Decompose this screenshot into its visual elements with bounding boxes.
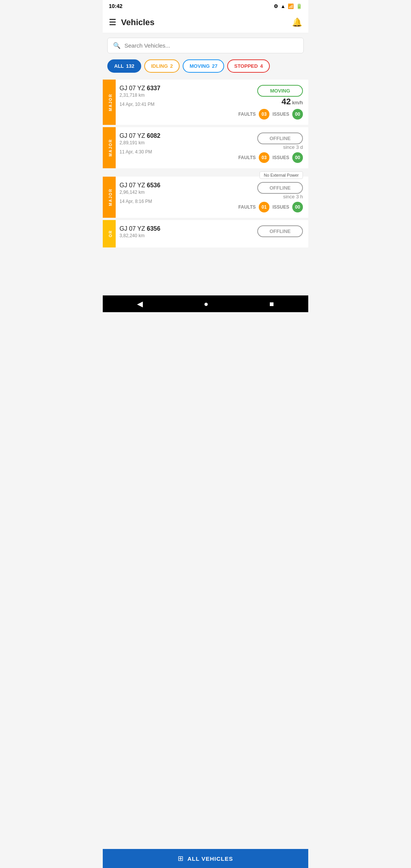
signal-icon: 📶 bbox=[288, 3, 294, 9]
speed-info: 42 km/h bbox=[282, 97, 303, 107]
status-icons: ⚙ ▲ 📶 🔋 bbox=[274, 3, 302, 9]
page-title: Vehicles bbox=[121, 18, 155, 27]
vehicle-id: GJ 07 YZ 6536 bbox=[119, 182, 230, 189]
faults-issues: FAULTS 03 ISSUES 00 bbox=[238, 152, 303, 163]
header: ☰ Vehicles 🔔 bbox=[103, 12, 308, 33]
since-info: since 3 d bbox=[283, 144, 303, 150]
vehicle-id: GJ 07 YZ 6082 bbox=[119, 132, 230, 139]
filter-tab-idling[interactable]: IDLING 2 bbox=[144, 59, 180, 73]
header-left: ☰ Vehicles bbox=[109, 18, 155, 27]
battery-icon: 🔋 bbox=[296, 3, 302, 9]
faults-issues: FAULTS 03 ISSUES 00 bbox=[238, 109, 303, 120]
filter-all-count: 132 bbox=[126, 63, 134, 69]
card-right: OFFLINE since 3 d FAULTS 03 ISSUES 00 bbox=[235, 127, 308, 168]
filter-stopped-label: STOPPED bbox=[234, 63, 258, 69]
vehicle-card[interactable]: MAJOR GJ 07 YZ 6337 2,31,718 km 14 Apr, … bbox=[103, 80, 308, 125]
status-badge: MOVING bbox=[257, 85, 303, 97]
vehicle-date: 14 Apr, 8:16 PM bbox=[119, 199, 230, 204]
card-side-label: OR bbox=[105, 220, 116, 247]
faults-count: 03 bbox=[259, 109, 269, 120]
filter-tab-moving[interactable]: MOVING 27 bbox=[183, 59, 224, 73]
faults-label: FAULTS bbox=[238, 204, 256, 210]
back-button[interactable]: ◀ bbox=[137, 299, 143, 308]
card-side-label: MAJOR bbox=[105, 177, 116, 218]
card-content: GJ 07 YZ 6337 2,31,718 km 14 Apr, 10:41 … bbox=[116, 80, 235, 125]
since-info: since 3 h bbox=[283, 194, 303, 199]
card-content: GJ 07 YZ 6536 2,96,142 km 14 Apr, 8:16 P… bbox=[116, 177, 235, 218]
vehicle-date: 11 Apr, 4:30 PM bbox=[119, 149, 230, 155]
filter-moving-label: MOVING bbox=[190, 63, 210, 69]
card-side-label: MAJOR bbox=[105, 80, 116, 125]
filter-all-label: ALL bbox=[114, 63, 124, 69]
vehicle-id: GJ 07 YZ 6356 bbox=[119, 225, 231, 232]
faults-count: 01 bbox=[259, 202, 269, 212]
vehicle-km: 2,31,718 km bbox=[119, 93, 230, 98]
filter-stopped-count: 4 bbox=[260, 63, 263, 69]
android-nav-bar: ◀ ● ■ bbox=[103, 295, 308, 312]
status-badge: OFFLINE bbox=[257, 132, 303, 144]
layers-icon: ⊞ bbox=[178, 854, 183, 863]
all-vehicles-bar[interactable]: ⊞ ALL VEHICLES bbox=[103, 849, 308, 868]
faults-label: FAULTS bbox=[238, 112, 256, 117]
vehicle-card[interactable]: No External Power MAJOR GJ 07 YZ 6536 2,… bbox=[103, 177, 308, 218]
status-time: 10:42 bbox=[109, 3, 123, 9]
vehicle-km: 3,82,240 km bbox=[119, 233, 231, 238]
issues-count: 00 bbox=[292, 152, 303, 163]
no-external-power-badge: No External Power bbox=[260, 171, 303, 179]
card-right: OFFLINE since 3 h FAULTS 01 ISSUES 00 bbox=[235, 177, 308, 218]
issues-label: ISSUES bbox=[272, 155, 289, 160]
search-input[interactable] bbox=[124, 42, 298, 49]
filter-idling-count: 2 bbox=[170, 63, 173, 69]
card-content: GJ 07 YZ 6356 3,82,240 km bbox=[116, 220, 236, 247]
card-side-label: MAJOR bbox=[105, 127, 116, 168]
vehicle-list: MAJOR GJ 07 YZ 6337 2,31,718 km 14 Apr, … bbox=[103, 80, 308, 295]
recents-button[interactable]: ■ bbox=[269, 300, 274, 308]
card-right: OFFLINE bbox=[236, 220, 308, 247]
vehicle-km: 2,96,142 km bbox=[119, 190, 230, 195]
status-badge: OFFLINE bbox=[257, 182, 303, 194]
vehicle-id: GJ 07 YZ 6337 bbox=[119, 85, 230, 92]
issues-count: 00 bbox=[292, 202, 303, 212]
status-bar: 10:42 ⚙ ▲ 📶 🔋 bbox=[103, 0, 308, 12]
filter-moving-count: 27 bbox=[212, 63, 217, 69]
faults-issues: FAULTS 01 ISSUES 00 bbox=[238, 202, 303, 212]
all-vehicles-label: ALL VEHICLES bbox=[187, 855, 233, 862]
faults-count: 03 bbox=[259, 152, 269, 163]
vehicle-km: 2,89,191 km bbox=[119, 140, 230, 145]
filter-tab-stopped[interactable]: STOPPED 4 bbox=[227, 59, 269, 73]
issues-count: 00 bbox=[292, 109, 303, 120]
vehicle-card[interactable]: MAJOR GJ 07 YZ 6082 2,89,191 km 11 Apr, … bbox=[103, 127, 308, 168]
wifi-icon: ▲ bbox=[280, 3, 285, 9]
home-button[interactable]: ● bbox=[204, 300, 208, 308]
vehicle-card[interactable]: OR GJ 07 YZ 6356 3,82,240 km OFFLINE bbox=[103, 220, 308, 247]
card-right: MOVING 42 km/h FAULTS 03 ISSUES 00 bbox=[235, 80, 308, 125]
issues-label: ISSUES bbox=[272, 112, 289, 117]
search-bar[interactable]: 🔍 bbox=[107, 38, 304, 53]
card-content: GJ 07 YZ 6082 2,89,191 km 11 Apr, 4:30 P… bbox=[116, 127, 235, 168]
search-icon: 🔍 bbox=[113, 42, 121, 49]
filter-tabs: ALL 132 IDLING 2 MOVING 27 STOPPED 4 bbox=[103, 58, 308, 77]
menu-icon[interactable]: ☰ bbox=[109, 18, 116, 27]
filter-tab-all[interactable]: ALL 132 bbox=[107, 59, 141, 73]
issues-label: ISSUES bbox=[272, 204, 289, 210]
notification-icon[interactable]: 🔔 bbox=[292, 18, 302, 27]
faults-label: FAULTS bbox=[238, 155, 256, 160]
settings-icon: ⚙ bbox=[274, 3, 278, 9]
status-badge: OFFLINE bbox=[257, 225, 303, 237]
vehicle-date: 14 Apr, 10:41 PM bbox=[119, 102, 230, 107]
filter-idling-label: IDLING bbox=[151, 63, 168, 69]
